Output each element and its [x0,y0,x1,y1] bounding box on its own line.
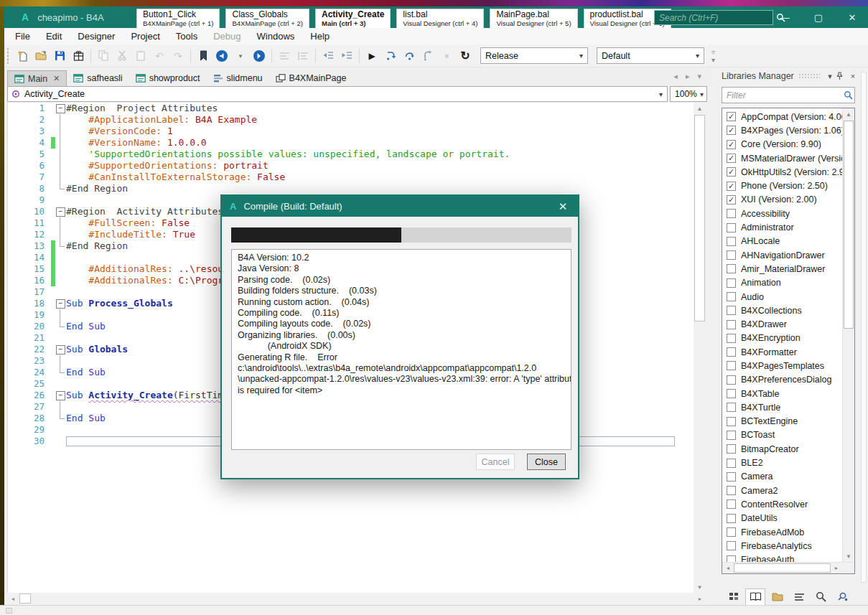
library-checkbox[interactable]: ✓ [727,195,736,205]
back-history-caret-icon[interactable]: ▾ [231,47,250,65]
code-line[interactable]: 3 #VersionCode: 1 [8,126,694,137]
library-item[interactable]: Accessibility [722,207,842,220]
bookmark-tab-3[interactable]: Activity_CreateMain (ctrl + 3) [315,9,391,30]
scroll-left-icon[interactable]: ◂ [7,593,19,604]
library-item[interactable]: BCToast [722,428,842,442]
library-item[interactable]: ✓Core (Version: 9.90) [722,138,842,151]
library-checkbox[interactable] [727,472,736,482]
close-button[interactable]: ✕ [836,6,868,28]
bookmark-tab-1[interactable]: Button1_ClickB4XMainPage (ctrl + 1) [136,9,220,30]
quick-search-box[interactable] [654,10,773,25]
step-into-icon[interactable] [381,47,400,65]
library-item[interactable]: ✓B4XPages (Version: 1.06) [722,123,842,137]
scroll-left-icon[interactable]: ◂ [722,563,734,573]
library-checkbox[interactable] [727,223,736,233]
scrollbar-thumb[interactable] [694,115,705,321]
library-item[interactable]: Camera [722,470,842,484]
library-item[interactable]: AHLocale [722,235,842,248]
library-item[interactable]: AHNavigationDrawer [722,248,842,262]
library-checkbox[interactable] [727,361,736,370]
library-item[interactable]: ContentResolver [722,497,842,511]
navigate-forward-icon[interactable] [250,47,269,65]
dialog-close-icon[interactable]: ✕ [548,196,578,217]
tab-scroll-arrows[interactable]: ◂ ▸ ▾ [673,72,704,81]
scrollbar-thumb[interactable] [844,121,854,329]
bookmark-icon[interactable] [194,47,213,65]
menu-item-edit[interactable]: Edit [38,29,70,43]
library-item[interactable]: Audio [722,290,842,304]
library-item[interactable]: ✓MSMaterialDrawer (Version: 0 [722,151,842,165]
library-item[interactable]: ✓Phone (Version: 2.50) [722,179,842,192]
menu-item-file[interactable]: File [7,29,38,43]
module-tab-safheasli[interactable]: safheasli [67,70,129,86]
code-line[interactable]: 5 'SupportedOrientations possible values… [8,149,694,160]
module-tab-slidmenu[interactable]: slidmenu [207,70,269,86]
library-item[interactable]: FirebaseAdMob [722,525,842,539]
bookmark-tab-4[interactable]: list.balVisual Designer (ctrl + 4) [396,9,484,30]
new-file-icon[interactable] [13,47,32,65]
library-filter-box[interactable] [722,87,855,103]
package-project-icon[interactable] [69,47,88,65]
editor-horizontal-scrollbar[interactable]: ◂ ▸ [7,593,706,604]
build-configuration-select[interactable]: Release ▾ [480,47,588,64]
library-checkbox[interactable] [727,555,736,562]
library-checkbox[interactable]: ✓ [727,154,736,163]
library-item[interactable]: FirebaseAnalytics [722,539,842,553]
scroll-up-icon[interactable]: ▲ [843,108,854,120]
modules-icon[interactable] [724,588,744,606]
menu-item-help[interactable]: Help [302,29,337,43]
library-item[interactable]: DateUtils [722,512,842,525]
rebuild-icon[interactable]: ↻ [456,47,475,65]
outdent-icon[interactable] [319,47,337,65]
library-checkbox[interactable] [727,278,736,288]
navigate-back-icon[interactable] [213,47,231,65]
search-input[interactable] [655,13,776,23]
library-checkbox[interactable] [727,417,736,426]
toolbar-grip[interactable] [6,48,10,64]
step-over-icon[interactable] [400,47,419,65]
library-checkbox[interactable] [727,499,736,509]
library-checkbox[interactable]: ✓ [727,167,736,177]
panel-drag-dots[interactable] [798,73,820,79]
panel-menu-icon[interactable]: ▾ [824,72,836,81]
menu-item-designer[interactable]: Designer [70,29,123,43]
filter-input[interactable] [722,90,844,100]
library-item[interactable]: B4XEncryption [722,332,842,345]
files-folder-icon[interactable] [767,588,788,606]
code-line[interactable]: 6 #SupportedOrientations: portrait [8,160,694,172]
library-checkbox[interactable] [727,209,736,218]
code-line[interactable]: 1#Region Project Attributes [8,103,694,114]
step-out-icon[interactable] [419,47,437,65]
library-item[interactable]: BitmapCreator [722,442,842,456]
build-mode-select[interactable]: Default ▾ [597,47,704,64]
library-checkbox[interactable] [727,431,736,440]
library-checkbox[interactable] [727,444,736,454]
library-checkbox[interactable]: ✓ [727,140,736,149]
code-line[interactable]: 7 #CanInstallToExternalStorage: False [8,172,694,183]
module-tab-main[interactable]: Main✕ [7,70,67,86]
menu-item-windows[interactable]: Windows [249,29,303,43]
procedure-select[interactable]: Activity_Create ▾ [7,86,668,102]
fold-toggle-icon[interactable] [55,103,66,114]
module-tab-b4xmainpage[interactable]: B4XMainPage [269,70,353,86]
library-item[interactable]: ✓XUI (Version: 2.00) [722,193,842,207]
search-icon[interactable] [811,588,831,606]
library-checkbox[interactable] [727,527,736,537]
library-item[interactable]: Amir_MaterialDrawer [722,262,842,276]
library-checkbox[interactable] [727,514,736,523]
library-item[interactable]: Animation [722,276,842,290]
code-line[interactable]: 4 #VersionName: 1.0.0.0 [8,137,694,149]
code-line[interactable]: 2 #ApplicationLabel: B4A Example [8,114,694,126]
fold-toggle-icon[interactable] [55,206,66,217]
code-line[interactable]: 8#End Region [8,183,694,194]
library-checkbox[interactable] [727,237,736,246]
library-checkbox[interactable] [727,486,736,495]
library-checkbox[interactable]: ✓ [727,126,736,135]
tab-close-icon[interactable]: ✕ [53,74,60,83]
library-item[interactable]: Camera2 [722,484,842,497]
run-icon[interactable]: ▶ [363,47,381,65]
library-item[interactable]: BLE2 [722,456,842,469]
editor-vertical-scrollbar[interactable]: ▲ ▼ [694,103,706,593]
scrollbar-thumb[interactable] [19,593,31,604]
find-references-icon[interactable] [833,588,853,606]
